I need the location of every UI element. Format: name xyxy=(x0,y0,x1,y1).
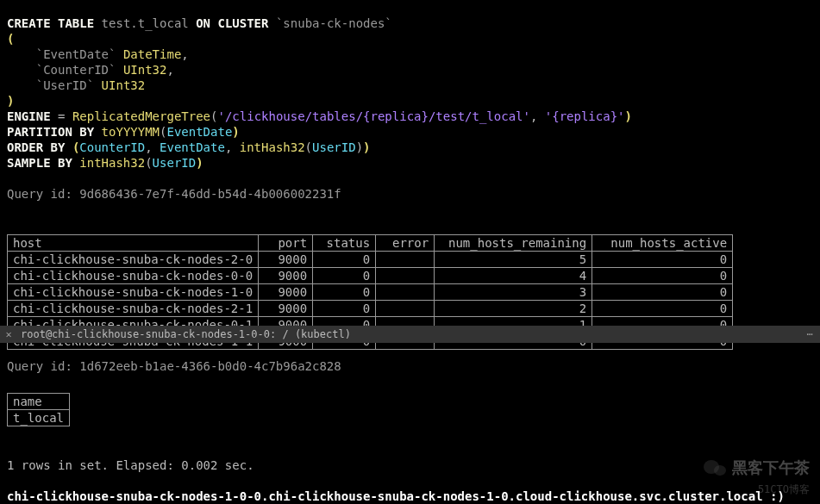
part-col: EventDate xyxy=(166,125,232,139)
cell xyxy=(376,301,435,317)
bottom-terminal-pane[interactable]: Query id: 1d672eeb-b1ae-4366-b0d0-4c7b96… xyxy=(0,343,820,504)
order-col2: EventDate xyxy=(160,140,225,154)
col3-name: `UserID` xyxy=(36,78,94,92)
cell: 0 xyxy=(313,268,376,284)
engine-arg1: '/clickhouse/tables/{replica}/test/t_loc… xyxy=(217,109,529,123)
more-icon[interactable]: ⋯ xyxy=(799,327,820,342)
cell: 2 xyxy=(435,301,592,317)
sql-query: CREATE TABLE test.t_local ON CLUSTER `sn… xyxy=(7,16,813,202)
engine-fn: ReplicatedMergeTree xyxy=(72,109,210,123)
cell: chi-clickhouse-snuba-ck-nodes-0-0 xyxy=(8,268,259,284)
col-header-num_hosts_active: num_hosts_active xyxy=(592,235,733,252)
cell: 9000 xyxy=(259,252,313,268)
result-line: 1 rows in set. Elapsed: 0.002 sec. xyxy=(7,458,254,472)
col3-type: UInt32 xyxy=(102,78,146,92)
cell: 9000 xyxy=(259,301,313,317)
cell: chi-clickhouse-snuba-ck-nodes-1-0 xyxy=(8,284,259,301)
col1-type: DateTime xyxy=(123,47,181,61)
cell: 0 xyxy=(313,284,376,301)
name-header: name xyxy=(8,394,70,410)
cell xyxy=(376,268,435,284)
kw-partition: PARTITION BY xyxy=(7,125,94,139)
kw-on-cluster: ON CLUSTER xyxy=(196,16,268,30)
tab-title[interactable]: root@chi-clickhouse-snuba-ck-nodes-1-0-0… xyxy=(17,327,799,342)
col-header-error: error xyxy=(376,235,435,252)
col-header-status: status xyxy=(313,235,376,252)
cell: 0 xyxy=(592,301,733,317)
cluster-name: `snuba-ck-nodes` xyxy=(276,16,392,30)
col-header-num_hosts_remaining: num_hosts_remaining xyxy=(435,235,592,252)
cell: 0 xyxy=(592,252,733,268)
cell xyxy=(376,252,435,268)
table-row: chi-clickhouse-snuba-ck-nodes-2-19000020 xyxy=(8,301,733,317)
order-fn: intHash32 xyxy=(240,140,305,154)
close-icon[interactable]: ✕ xyxy=(0,327,17,342)
cell: 3 xyxy=(435,284,592,301)
eq-sign: = xyxy=(58,109,65,123)
cell: 0 xyxy=(313,301,376,317)
table-row: chi-clickhouse-snuba-ck-nodes-1-09000030 xyxy=(8,284,733,301)
col2-type: UInt32 xyxy=(123,63,167,77)
kw-order: ORDER BY xyxy=(7,140,65,154)
cell: 9000 xyxy=(259,268,313,284)
cell: 0 xyxy=(592,284,733,301)
cell: chi-clickhouse-snuba-ck-nodes-2-0 xyxy=(8,252,259,268)
cell: 5 xyxy=(435,252,592,268)
query-id-top: 9d686436-7e7f-46dd-b54d-4b006002231f xyxy=(79,187,341,201)
col1-name: `EventDate` xyxy=(36,47,116,61)
kw-engine: ENGINE xyxy=(7,109,51,123)
engine-arg2: '{replica}' xyxy=(545,109,625,123)
kw-sample: SAMPLE BY xyxy=(7,156,72,170)
table-row: chi-clickhouse-snuba-ck-nodes-2-09000050 xyxy=(8,252,733,268)
col-header-host: host xyxy=(8,235,259,252)
col2-name: `CounterID` xyxy=(36,63,116,77)
cell: 0 xyxy=(592,268,733,284)
name-value: t_local xyxy=(8,410,70,426)
order-fn-arg: UserID xyxy=(312,140,356,154)
table-ident: test.t_local xyxy=(102,16,189,30)
cell: 9000 xyxy=(259,284,313,301)
sample-fn: intHash32 xyxy=(79,156,145,170)
cell: 4 xyxy=(435,268,592,284)
prompt-line[interactable]: chi-clickhouse-snuba-ck-nodes-1-0-0.chi-… xyxy=(7,489,785,503)
tmux-tab-bar[interactable]: ✕ root@chi-clickhouse-snuba-ck-nodes-1-0… xyxy=(0,326,820,343)
sample-arg: UserID xyxy=(153,156,197,170)
col-header-port: port xyxy=(259,235,313,252)
order-col1: CounterID xyxy=(79,140,145,154)
top-terminal-pane[interactable]: CREATE TABLE test.t_local ON CLUSTER `sn… xyxy=(0,0,820,326)
cell xyxy=(376,284,435,301)
cell: 0 xyxy=(313,252,376,268)
query-id-label-bottom: Query id: xyxy=(7,359,72,373)
part-fn: toYYYYMM xyxy=(102,125,160,139)
query-id-bottom: 1d672eeb-b1ae-4366-b0d0-4c7b96a2c828 xyxy=(79,359,341,373)
query-id-label-top: Query id: xyxy=(7,187,72,201)
name-table: name t_local xyxy=(7,393,70,426)
cell: chi-clickhouse-snuba-ck-nodes-2-1 xyxy=(8,301,259,317)
table-row: chi-clickhouse-snuba-ck-nodes-0-09000040 xyxy=(8,268,733,284)
kw-create: CREATE TABLE xyxy=(7,16,94,30)
